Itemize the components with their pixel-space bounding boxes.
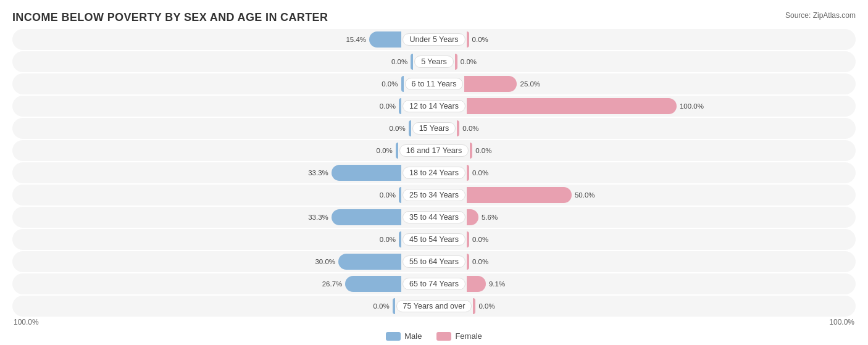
age-category-label: 55 to 64 Years <box>403 256 465 268</box>
male-bar <box>399 98 401 114</box>
male-value-label: 0.0% <box>391 58 411 65</box>
male-value-label: 30.0% <box>315 258 338 265</box>
legend-male: Male <box>386 331 422 341</box>
male-value-label: 15.4% <box>346 36 369 43</box>
age-category-label: 6 to 11 Years <box>405 78 464 90</box>
male-bar <box>369 31 401 48</box>
female-value-label: 0.0% <box>469 169 488 177</box>
male-value-label: 0.0% <box>380 191 399 199</box>
bottom-left-label: 100.0% <box>14 318 39 326</box>
bar-row: 0.0%15 Years0.0% <box>12 118 856 139</box>
female-value-label: 9.1% <box>486 280 505 288</box>
male-bar <box>332 165 401 181</box>
age-category-label: 65 to 74 Years <box>403 278 465 290</box>
age-category-label: 16 and 17 Years <box>399 144 469 157</box>
bottom-labels: 100.0% 100.0% <box>12 318 856 326</box>
age-category-label: 45 to 54 Years <box>403 233 465 246</box>
age-category-label: 35 to 44 Years <box>403 211 465 223</box>
male-value-label: 33.3% <box>308 214 332 221</box>
female-legend-label: Female <box>455 331 482 341</box>
male-value-label: 0.0% <box>373 302 392 310</box>
male-bar <box>393 298 395 314</box>
center-label-wrapper: 6 to 11 Years <box>405 78 464 90</box>
center-label-wrapper: 55 to 64 Years <box>403 256 465 268</box>
bar-row: 15.4%Under 5 Years0.0% <box>12 29 856 50</box>
female-value-label: 100.0% <box>677 102 704 110</box>
chart-title: INCOME BELOW POVERTY BY SEX AND AGE IN C… <box>12 11 856 24</box>
female-value-label: 0.0% <box>472 147 491 154</box>
bar-row: 0.0%6 to 11 Years25.0% <box>12 73 856 94</box>
legend-female: Female <box>436 331 482 341</box>
female-value-label: 0.0% <box>469 236 488 243</box>
age-category-label: 25 to 34 Years <box>403 189 465 201</box>
female-bar <box>467 187 572 203</box>
female-bar <box>467 276 486 292</box>
male-bar <box>338 254 401 270</box>
male-bar <box>399 187 401 203</box>
bar-row: 30.0%55 to 64 Years0.0% <box>12 251 856 272</box>
male-bar <box>401 76 404 92</box>
age-category-label: 18 to 24 Years <box>403 167 465 179</box>
female-value-label: 0.0% <box>459 125 478 132</box>
male-bar <box>409 120 411 136</box>
male-value-label: 0.0% <box>380 236 399 243</box>
bottom-right-label: 100.0% <box>829 318 854 326</box>
bar-row: 0.0%12 to 14 Years100.0% <box>12 96 856 117</box>
male-color-swatch <box>386 332 401 341</box>
center-label-wrapper: 35 to 44 Years <box>403 211 465 223</box>
center-label-wrapper: 45 to 54 Years <box>403 233 465 246</box>
male-bar <box>399 231 401 247</box>
bar-row: 0.0%75 Years and over0.0% <box>12 296 856 317</box>
legend: Male Female <box>12 331 856 341</box>
center-label-wrapper: 18 to 24 Years <box>403 167 465 179</box>
male-value-label: 0.0% <box>382 80 401 88</box>
center-label-wrapper: Under 5 Years <box>403 33 465 46</box>
female-value-label: 5.6% <box>478 214 498 221</box>
female-color-swatch <box>436 332 451 341</box>
bar-row: 0.0%25 to 34 Years50.0% <box>12 185 856 206</box>
female-bar <box>464 76 517 92</box>
female-value-label: 0.0% <box>469 36 488 43</box>
center-label-wrapper: 16 and 17 Years <box>399 144 469 157</box>
center-label-wrapper: 15 Years <box>412 122 456 135</box>
age-category-label: Under 5 Years <box>403 33 465 46</box>
male-bar <box>345 276 401 292</box>
male-value-label: 0.0% <box>377 147 396 154</box>
female-value-label: 25.0% <box>517 80 540 88</box>
male-value-label: 33.3% <box>308 169 332 177</box>
age-category-label: 12 to 14 Years <box>403 100 465 112</box>
bar-row: 0.0%16 and 17 Years0.0% <box>12 140 856 161</box>
bar-row: 0.0%45 to 54 Years0.0% <box>12 229 856 250</box>
source-label: Source: ZipAtlas.com <box>785 11 856 20</box>
bar-row: 33.3%35 to 44 Years5.6% <box>12 207 856 228</box>
chart-container: INCOME BELOW POVERTY BY SEX AND AGE IN C… <box>0 0 868 345</box>
center-label-wrapper: 65 to 74 Years <box>403 278 465 290</box>
bar-row: 26.7%65 to 74 Years9.1% <box>12 273 856 294</box>
female-value-label: 50.0% <box>572 191 595 199</box>
male-value-label: 0.0% <box>389 125 408 132</box>
age-category-label: 75 Years and over <box>396 300 472 312</box>
female-value-label: 0.0% <box>469 258 488 265</box>
male-bar <box>411 54 413 70</box>
center-label-wrapper: 75 Years and over <box>396 300 472 312</box>
male-value-label: 26.7% <box>322 280 346 288</box>
female-bar <box>467 209 478 225</box>
male-value-label: 0.0% <box>380 102 399 110</box>
center-label-wrapper: 12 to 14 Years <box>403 100 465 112</box>
male-bar <box>332 209 401 225</box>
age-category-label: 5 Years <box>414 56 454 68</box>
bars-area: 15.4%Under 5 Years0.0%0.0%5 Years0.0%0.0… <box>12 29 856 317</box>
bar-row: 0.0%5 Years0.0% <box>12 51 856 72</box>
male-bar <box>396 143 398 159</box>
female-bar <box>467 98 677 114</box>
male-legend-label: Male <box>404 331 422 341</box>
age-category-label: 15 Years <box>412 122 456 135</box>
center-label-wrapper: 5 Years <box>414 56 454 68</box>
bar-row: 33.3%18 to 24 Years0.0% <box>12 162 856 183</box>
female-value-label: 0.0% <box>457 58 477 65</box>
center-label-wrapper: 25 to 34 Years <box>403 189 465 201</box>
female-value-label: 0.0% <box>475 302 495 310</box>
